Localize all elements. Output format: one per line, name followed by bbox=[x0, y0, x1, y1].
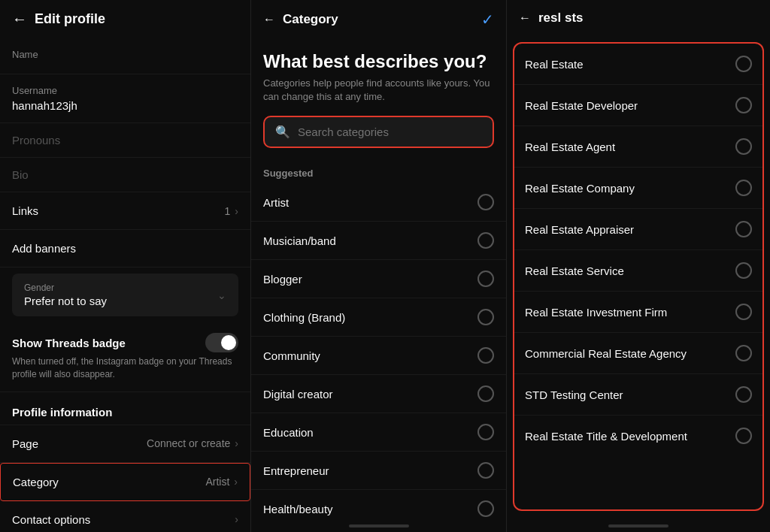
show-badge-row: Show Threads badge When turned off, the … bbox=[0, 322, 250, 392]
cat-item-label: Artist bbox=[263, 196, 289, 209]
cat-radio-circle bbox=[477, 424, 494, 440]
name-label: Name bbox=[12, 49, 238, 60]
confirm-checkmark[interactable]: ✓ bbox=[481, 11, 494, 29]
gender-chevron: ⌄ bbox=[217, 289, 226, 301]
real-estate-list-item[interactable]: Real Estate Agent bbox=[514, 126, 762, 168]
category-list-item[interactable]: Musician/band bbox=[251, 222, 506, 260]
back-icon-mid[interactable]: ← bbox=[263, 13, 275, 26]
category-list-item[interactable]: Entrepreneur bbox=[251, 452, 506, 490]
category-panel-title: Category bbox=[283, 12, 338, 27]
cat-radio-circle bbox=[477, 271, 494, 287]
real-estate-list-item[interactable]: Real Estate Appraiser bbox=[514, 209, 762, 250]
cat-item-label: Health/beauty bbox=[263, 503, 333, 515]
cat-item-label: Education bbox=[263, 426, 314, 439]
real-estate-list-item[interactable]: STD Testing Center bbox=[514, 374, 762, 416]
cat-radio-circle bbox=[477, 194, 494, 210]
re-item-label: Real Estate Service bbox=[525, 264, 624, 277]
category-subtitle: Categories help people find accounts lik… bbox=[251, 77, 506, 116]
show-badge-toggle[interactable] bbox=[205, 333, 238, 352]
edit-profile-title: Edit profile bbox=[35, 11, 105, 27]
real-estate-list-item[interactable]: Real Estate Developer bbox=[514, 85, 762, 126]
gender-label: Gender bbox=[24, 283, 107, 293]
category-list-item[interactable]: Blogger bbox=[251, 260, 506, 298]
show-badge-desc: When turned off, the Instagram badge on … bbox=[12, 355, 238, 381]
re-radio-circle bbox=[735, 386, 752, 403]
real-estate-list-item[interactable]: Real Estate Company bbox=[514, 168, 762, 209]
links-chevron: › bbox=[235, 205, 238, 217]
category-list-item[interactable]: Artist bbox=[251, 183, 506, 222]
suggested-label: Suggested bbox=[251, 160, 506, 183]
cat-radio-circle bbox=[477, 347, 494, 364]
re-radio-circle bbox=[735, 262, 752, 279]
real-estate-list-item[interactable]: Real Estate Investment Firm bbox=[514, 292, 762, 333]
username-label: Username bbox=[12, 85, 238, 96]
category-search-input[interactable] bbox=[298, 125, 482, 138]
bio-field[interactable]: Bio bbox=[0, 158, 250, 192]
add-banners-label: Add banners bbox=[12, 242, 76, 255]
category-row[interactable]: Category Artist › bbox=[0, 463, 250, 501]
search-term-display: resl sts bbox=[538, 11, 584, 26]
bottom-bar-right bbox=[608, 524, 668, 527]
contact-options-chevron: › bbox=[235, 513, 238, 525]
bio-label: Bio bbox=[12, 168, 238, 181]
page-label: Page bbox=[12, 437, 38, 450]
cat-radio-circle bbox=[477, 500, 494, 517]
search-results-panel: ← resl sts Real Estate Real Estate Devel… bbox=[507, 0, 770, 532]
real-estate-list-item[interactable]: Real Estate Title & Development bbox=[514, 416, 762, 456]
cat-item-label: Clothing (Brand) bbox=[263, 311, 345, 324]
real-estate-list-item[interactable]: Real Estate bbox=[514, 44, 762, 85]
links-count: 1 bbox=[225, 205, 231, 217]
search-icon: 🔍 bbox=[275, 125, 290, 139]
name-field[interactable]: Name bbox=[0, 38, 250, 74]
real-estate-list-item[interactable]: Commercial Real Estate Agency bbox=[514, 333, 762, 374]
username-field[interactable]: Username hannah123jh bbox=[0, 74, 250, 123]
back-icon-left[interactable]: ← bbox=[12, 11, 27, 28]
re-item-label: Real Estate Investment Firm bbox=[525, 306, 667, 319]
category-chevron: › bbox=[234, 476, 238, 488]
category-list-item[interactable]: Clothing (Brand) bbox=[251, 298, 506, 337]
gender-select[interactable]: Gender Prefer not to say ⌄ bbox=[12, 274, 238, 316]
re-radio-circle bbox=[735, 428, 752, 444]
cat-radio-circle bbox=[477, 309, 494, 325]
page-value: Connect or create bbox=[147, 437, 230, 449]
re-item-label: Real Estate Appraiser bbox=[525, 223, 634, 236]
page-chevron: › bbox=[235, 437, 238, 449]
real-estate-list-item[interactable]: Real Estate Service bbox=[514, 250, 762, 292]
category-list-item[interactable]: Education bbox=[251, 413, 506, 452]
page-row[interactable]: Page Connect or create › bbox=[0, 425, 250, 463]
right-header: ← resl sts bbox=[507, 0, 770, 36]
gender-value: Prefer not to say bbox=[24, 295, 107, 307]
pronouns-field[interactable]: Pronouns bbox=[0, 123, 250, 158]
links-row[interactable]: Links 1 › bbox=[0, 192, 250, 230]
real-estate-list: Real Estate Real Estate Developer Real E… bbox=[513, 42, 764, 511]
category-value: Artist bbox=[205, 476, 229, 488]
category-main-title: What best describes you? bbox=[251, 39, 506, 77]
back-icon-right[interactable]: ← bbox=[519, 11, 531, 25]
category-label: Category bbox=[13, 476, 59, 488]
edit-profile-panel: ← Edit profile Name Username hannah123jh… bbox=[0, 0, 251, 532]
cat-radio-circle bbox=[477, 462, 494, 479]
re-radio-circle bbox=[735, 180, 752, 196]
re-radio-circle bbox=[735, 345, 752, 361]
username-value: hannah123jh bbox=[12, 99, 238, 112]
category-search-box[interactable]: 🔍 bbox=[263, 116, 494, 148]
re-item-label: Commercial Real Estate Agency bbox=[525, 347, 687, 360]
re-item-label: Real Estate bbox=[525, 58, 584, 71]
category-list-item[interactable]: Community bbox=[251, 337, 506, 375]
category-list-item[interactable]: Health/beauty bbox=[251, 490, 506, 517]
show-badge-label: Show Threads badge bbox=[12, 337, 126, 349]
contact-options-label: Contact options bbox=[12, 513, 90, 526]
mid-header: ← Category ✓ bbox=[251, 0, 506, 39]
category-list-item[interactable]: Digital creator bbox=[251, 375, 506, 413]
contact-options-row[interactable]: Contact options › bbox=[0, 501, 250, 532]
re-item-label: STD Testing Center bbox=[525, 388, 623, 401]
category-panel: ← Category ✓ What best describes you? Ca… bbox=[251, 0, 507, 532]
re-item-label: Real Estate Agent bbox=[525, 141, 615, 153]
cat-item-label: Digital creator bbox=[263, 388, 333, 401]
cat-radio-circle bbox=[477, 385, 494, 402]
re-radio-circle bbox=[735, 97, 752, 113]
add-banners-row[interactable]: Add banners bbox=[0, 230, 250, 268]
categories-list: Artist Musician/band Blogger Clothing (B… bbox=[251, 183, 506, 517]
cat-item-label: Blogger bbox=[263, 273, 302, 286]
cat-item-label: Community bbox=[263, 349, 320, 362]
